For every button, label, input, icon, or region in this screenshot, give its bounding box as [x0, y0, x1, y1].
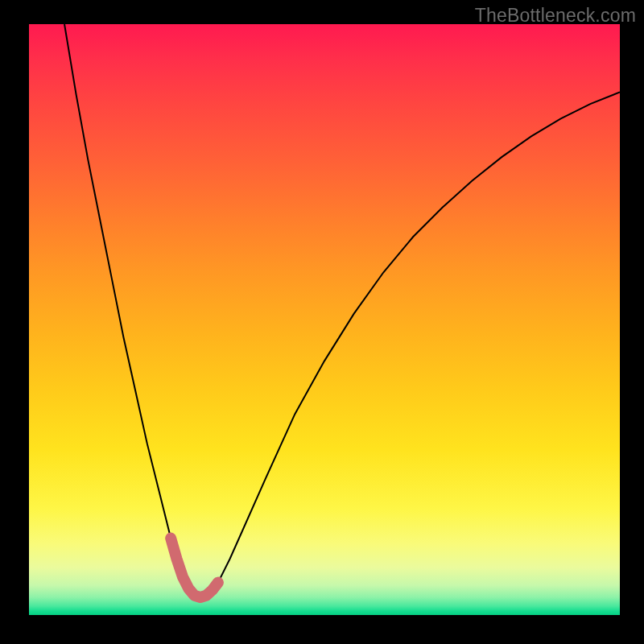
series-bottleneck-curve	[64, 24, 620, 597]
chart-frame: TheBottleneck.com	[0, 0, 644, 644]
series-group	[64, 24, 620, 597]
watermark-text: TheBottleneck.com	[475, 5, 636, 27]
series-optimal-marker	[171, 539, 218, 597]
plot-svg	[29, 24, 620, 615]
plot-area	[29, 24, 620, 615]
